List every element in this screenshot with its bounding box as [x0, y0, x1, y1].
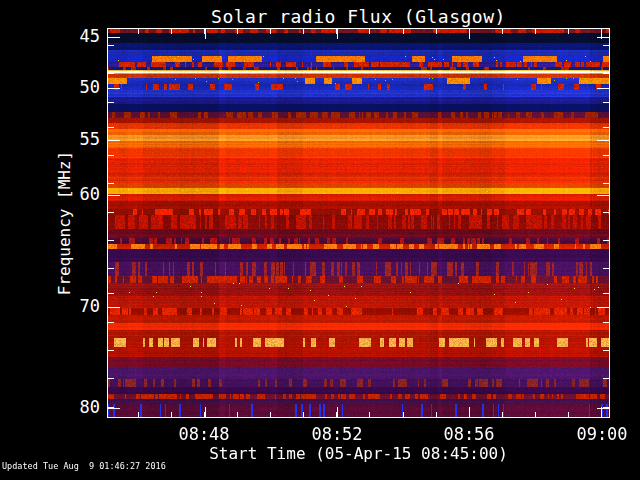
- window: { "window": {"width": 640, "height": 480…: [0, 0, 640, 480]
- x-minor-tick: [138, 29, 139, 34]
- x-minor-tick: [502, 29, 503, 34]
- y-minor-tick: [108, 378, 114, 379]
- x-minor-tick: [535, 29, 536, 34]
- x-minor-tick: [138, 412, 139, 417]
- y-major-tick: [108, 37, 120, 38]
- y-minor-tick: [603, 73, 609, 74]
- x-major-tick: [469, 29, 470, 39]
- x-minor-tick: [568, 29, 569, 34]
- x-axis-title: Start Time (05-Apr-15 08:45:00): [107, 444, 610, 463]
- x-major-tick: [205, 29, 206, 39]
- y-major-tick: [108, 140, 120, 141]
- x-minor-tick: [303, 29, 304, 34]
- y-major-tick: [597, 88, 609, 89]
- spectrogram-canvas: [108, 29, 609, 417]
- y-minor-tick: [108, 73, 114, 74]
- x-minor-tick: [303, 412, 304, 417]
- y-minor-tick: [108, 322, 114, 323]
- updated-timestamp: Updated Tue Aug 9 01:46:27 2016: [2, 461, 166, 471]
- y-major-tick: [597, 195, 609, 196]
- x-minor-tick: [403, 412, 404, 417]
- x-tick-label: 09:00: [567, 424, 637, 444]
- y-minor-tick: [603, 322, 609, 323]
- y-major-tick: [597, 140, 609, 141]
- y-minor-tick: [603, 240, 609, 241]
- x-minor-tick: [436, 29, 437, 34]
- y-major-tick: [108, 88, 120, 89]
- x-major-tick: [205, 407, 206, 417]
- y-minor-tick: [108, 268, 114, 269]
- x-axis-tick-labels: 08:4808:5208:5609:00: [107, 424, 610, 444]
- y-minor-tick: [108, 212, 114, 213]
- y-tick-label: 60: [0, 185, 100, 203]
- x-tick-label: 08:52: [302, 424, 372, 444]
- x-minor-tick: [535, 412, 536, 417]
- y-major-tick: [108, 307, 120, 308]
- x-minor-tick: [436, 412, 437, 417]
- y-tick-label: 80: [0, 398, 100, 416]
- y-minor-tick: [603, 293, 609, 294]
- x-major-tick: [337, 29, 338, 39]
- y-major-tick: [108, 195, 120, 196]
- y-minor-tick: [108, 293, 114, 294]
- plot-area: [107, 28, 610, 418]
- y-tick-label: 50: [0, 78, 100, 96]
- chart-title: Solar radio Flux (Glasgow): [107, 6, 610, 27]
- y-minor-tick: [108, 183, 114, 184]
- x-minor-tick: [270, 412, 271, 417]
- y-minor-tick: [108, 350, 114, 351]
- x-major-tick: [469, 407, 470, 417]
- x-minor-tick: [502, 412, 503, 417]
- x-minor-tick: [403, 29, 404, 34]
- y-minor-tick: [108, 102, 114, 103]
- x-tick-label: 08:56: [434, 424, 504, 444]
- y-minor-tick: [603, 212, 609, 213]
- x-minor-tick: [171, 412, 172, 417]
- y-axis-tick-labels: 455055607080: [0, 28, 101, 418]
- x-minor-tick: [270, 29, 271, 34]
- y-tick-label: 70: [0, 297, 100, 315]
- y-major-tick: [597, 408, 609, 409]
- y-minor-tick: [603, 45, 609, 46]
- x-minor-tick: [568, 412, 569, 417]
- y-minor-tick: [108, 45, 114, 46]
- x-tick-label: 08:48: [169, 424, 239, 444]
- y-minor-tick: [603, 102, 609, 103]
- y-major-tick: [597, 37, 609, 38]
- y-minor-tick: [603, 350, 609, 351]
- y-tick-label: 55: [0, 130, 100, 148]
- y-major-tick: [597, 307, 609, 308]
- y-major-tick: [108, 408, 120, 409]
- x-minor-tick: [237, 412, 238, 417]
- y-minor-tick: [108, 240, 114, 241]
- y-minor-tick: [603, 127, 609, 128]
- y-minor-tick: [603, 268, 609, 269]
- x-minor-tick: [369, 29, 370, 34]
- y-minor-tick: [108, 155, 114, 156]
- x-minor-tick: [237, 29, 238, 34]
- y-minor-tick: [603, 155, 609, 156]
- y-minor-tick: [603, 183, 609, 184]
- x-minor-tick: [171, 29, 172, 34]
- y-minor-tick: [108, 127, 114, 128]
- y-tick-label: 45: [0, 27, 100, 45]
- y-minor-tick: [603, 378, 609, 379]
- x-major-tick: [337, 407, 338, 417]
- x-minor-tick: [369, 412, 370, 417]
